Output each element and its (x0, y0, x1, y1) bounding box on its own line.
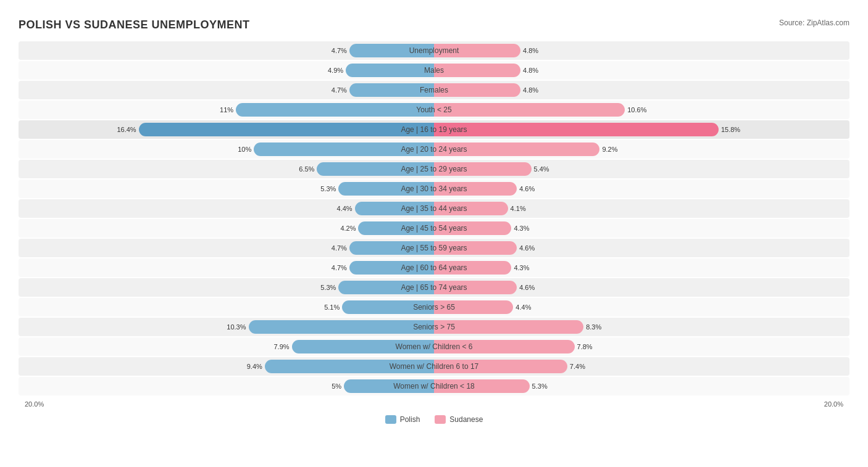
bar-label: Women w/ Children 6 to 17 (390, 362, 479, 371)
bar-label: Age | 35 to 44 years (401, 204, 467, 213)
legend-polish-color (385, 415, 396, 424)
right-value: 5.4% (534, 165, 554, 173)
bar-label: Age | 55 to 59 years (401, 244, 467, 252)
right-value: 5.3% (532, 382, 552, 390)
bar-row: 10% Age | 20 to 24 years 9.2% (19, 140, 849, 159)
legend-sudanese-label: Sudanese (449, 415, 483, 424)
right-bar-container: 4.4% (434, 300, 843, 314)
bar-row: 4.4% Age | 35 to 44 years 4.1% (19, 199, 849, 218)
left-bar-container: 5% (25, 379, 434, 393)
left-bar-container: 4.2% (25, 221, 434, 235)
bar-row: 5% Women w/ Children < 18 5.3% (19, 377, 849, 395)
left-value: 4.7% (327, 86, 347, 94)
bar-label: Age | 45 to 54 years (401, 224, 467, 233)
left-bar-container: 4.7% (25, 261, 434, 275)
bar-label: Females (420, 86, 448, 94)
right-bar-container: 5.4% (434, 162, 843, 176)
axis-left: 20.0% (25, 400, 44, 408)
left-value: 6.5% (294, 165, 314, 173)
left-bar-container: 4.7% (25, 241, 434, 255)
left-value: 10.3% (227, 323, 246, 331)
bar-row: 6.5% Age | 25 to 29 years 5.4% (19, 160, 849, 178)
right-bar-container: 4.6% (434, 182, 843, 196)
left-value: 7.9% (270, 343, 290, 350)
left-bar (139, 123, 434, 136)
left-bar-container: 6.5% (25, 162, 434, 176)
bar-row: 11% Youth < 25 10.6% (19, 101, 849, 119)
left-value: 4.4% (333, 205, 353, 212)
left-bar-container: 10% (25, 143, 434, 156)
right-bar-container: 4.3% (434, 261, 843, 275)
bar-label: Seniors > 65 (413, 303, 455, 312)
left-bar (236, 103, 434, 117)
right-bar-container: 10.6% (434, 103, 843, 117)
right-bar (434, 123, 719, 136)
right-value: 15.8% (721, 126, 741, 133)
left-bar-container: 7.9% (25, 340, 434, 353)
right-bar (434, 64, 520, 77)
right-value: 4.8% (523, 47, 543, 54)
legend-polish-label: Polish (400, 415, 420, 424)
right-bar-container: 4.3% (434, 221, 843, 235)
bar-row: 4.9% Males 4.8% (19, 61, 849, 80)
right-value: 4.1% (511, 205, 530, 212)
right-bar-container: 7.8% (434, 340, 843, 353)
right-value: 4.3% (514, 225, 533, 232)
bar-row: 4.7% Females 4.8% (19, 81, 849, 99)
bar-label: Males (424, 66, 444, 75)
right-bar-container: 4.8% (434, 64, 843, 77)
left-bar-container: 5.3% (25, 281, 434, 294)
left-value: 4.7% (327, 264, 347, 271)
chart-header: POLISH VS SUDANESE UNEMPLOYMENT Source: … (19, 19, 849, 31)
left-bar-container: 4.4% (25, 202, 434, 215)
right-value: 4.8% (523, 86, 543, 94)
right-value: 7.8% (577, 343, 597, 350)
right-bar-container: 8.3% (434, 320, 843, 334)
left-bar (249, 320, 434, 334)
left-value: 4.9% (323, 67, 343, 74)
right-bar-container: 4.1% (434, 202, 843, 215)
bar-row: 16.4% Age | 16 to 19 years 15.8% (19, 120, 849, 139)
left-bar-container: 11% (25, 103, 434, 117)
right-value: 4.4% (515, 304, 535, 311)
bar-row: 4.7% Age | 55 to 59 years 4.6% (19, 239, 849, 257)
right-bar-container: 15.8% (434, 123, 843, 136)
right-value: 4.6% (519, 185, 539, 192)
bar-row: 5.1% Seniors > 65 4.4% (19, 298, 849, 316)
left-bar-container: 5.3% (25, 182, 434, 196)
bar-row: 10.3% Seniors > 75 8.3% (19, 318, 849, 336)
left-value: 11% (214, 106, 233, 114)
right-value: 7.4% (570, 363, 590, 370)
left-bar-container: 4.7% (25, 44, 434, 57)
bar-label: Age | 60 to 64 years (401, 263, 467, 272)
right-value: 4.6% (519, 244, 539, 252)
chart-container: POLISH VS SUDANESE UNEMPLOYMENT Source: … (19, 12, 849, 430)
bar-label: Unemployment (409, 46, 459, 55)
right-bar (434, 103, 625, 117)
bar-row: 4.7% Age | 60 to 64 years 4.3% (19, 258, 849, 277)
bar-row: 5.3% Age | 30 to 34 years 4.6% (19, 180, 849, 198)
legend-sudanese-color (435, 415, 446, 424)
left-value: 5.3% (316, 284, 336, 291)
left-value: 4.2% (336, 225, 356, 232)
left-value: 9.4% (243, 363, 262, 370)
left-value: 5.1% (320, 304, 340, 311)
right-bar-container: 4.6% (434, 281, 843, 294)
left-bar-container: 16.4% (25, 123, 434, 136)
left-bar-container: 5.1% (25, 300, 434, 314)
bar-label: Women w/ Children < 18 (393, 382, 475, 391)
right-bar-container: 5.3% (434, 379, 843, 393)
right-value: 4.6% (519, 284, 539, 291)
right-value: 8.3% (586, 323, 606, 331)
chart-body: 4.7% Unemployment 4.8% 4.9% Males 4.8% (19, 41, 849, 395)
right-value: 4.3% (514, 264, 533, 271)
bar-label: Age | 16 to 19 years (401, 125, 467, 134)
axis-right: 20.0% (824, 400, 843, 408)
right-bar-container: 7.4% (434, 360, 843, 373)
bar-row: 7.9% Women w/ Children < 6 7.8% (19, 337, 849, 356)
right-bar-container: 4.8% (434, 83, 843, 97)
legend-sudanese: Sudanese (435, 415, 483, 424)
bar-row: 4.7% Unemployment 4.8% (19, 41, 849, 60)
bar-label: Age | 30 to 34 years (401, 184, 467, 193)
left-value: 10% (232, 146, 251, 153)
